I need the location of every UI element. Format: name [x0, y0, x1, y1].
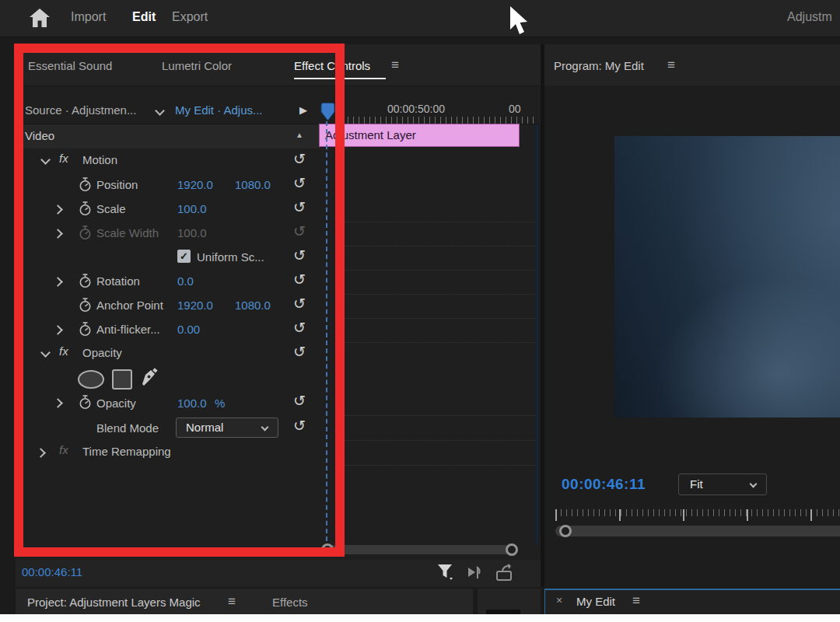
lane-separator: [342, 317, 535, 319]
tab-import[interactable]: Import: [71, 10, 106, 24]
screenshot-root: Import Edit Export Adjustm Essential Sou…: [0, 0, 840, 622]
effect-timeline-ruler[interactable]: 00:00:50:00 00: [342, 98, 538, 124]
filter-properties-icon[interactable]: [436, 562, 456, 582]
chevron-down-icon: [750, 480, 758, 488]
zoom-handle-right[interactable]: [506, 543, 518, 556]
tab-timeline-my-edit[interactable]: My Edit: [576, 595, 615, 608]
ruler-label-partial: 00: [509, 103, 521, 115]
project-panel: Project: Adjustment Layers Magic ≡ Effec…: [16, 589, 473, 614]
program-timecode[interactable]: 00:00:46:11: [562, 476, 646, 493]
mouse-cursor: [504, 5, 529, 39]
tab-project[interactable]: Project: Adjustment Layers Magic: [27, 596, 201, 609]
effect-zoom-scrollbar[interactable]: [327, 545, 513, 554]
zoom-level-value: Fit: [690, 477, 703, 491]
lane-separator: [342, 293, 535, 295]
lane-right-edge: [536, 124, 538, 544]
program-video-frame: [614, 136, 840, 418]
close-panel-icon[interactable]: ×: [556, 594, 562, 606]
lane-separator: [342, 414, 535, 416]
tab-effects[interactable]: Effects: [272, 596, 308, 609]
lane-separator: [342, 245, 535, 246]
screenshot-bottom-margin: [0, 614, 840, 622]
timeline-panel: × My Edit ≡: [544, 589, 840, 614]
lane-separator: [342, 439, 535, 441]
mini-panel: [478, 589, 541, 614]
panel-menu-icon[interactable]: ≡: [391, 58, 399, 73]
lane-separator: [342, 221, 535, 222]
project-panel-menu-icon[interactable]: ≡: [228, 594, 236, 610]
home-icon[interactable]: [28, 7, 51, 29]
zoom-level-dropdown[interactable]: Fit: [678, 473, 767, 495]
timeline-panel-menu-icon[interactable]: ≡: [632, 593, 640, 609]
tab-export[interactable]: Export: [172, 10, 208, 24]
window-title: Adjustm: [787, 10, 840, 24]
clip-bar[interactable]: Adjustment Layer: [319, 124, 520, 147]
program-scrub-handle[interactable]: [559, 525, 572, 537]
effect-controls-bottom-bar: [16, 560, 541, 587]
play-around-icon[interactable]: [465, 564, 484, 582]
export-frame-icon[interactable]: [495, 564, 515, 582]
app-header-bar: Import Edit Export Adjustm: [0, 0, 840, 37]
effect-timecode[interactable]: 00:00:46:11: [22, 565, 82, 578]
tab-edit[interactable]: Edit: [132, 10, 156, 24]
lane-separator: [342, 269, 535, 271]
ruler-ticks: [342, 117, 538, 124]
tab-program-monitor[interactable]: Program: My Edit: [554, 59, 644, 72]
program-scrub-track[interactable]: [555, 526, 840, 536]
lane-separator: [342, 464, 535, 466]
program-panel-menu-icon[interactable]: ≡: [667, 58, 675, 73]
highlight-rectangle: [14, 44, 345, 557]
lane-separator: [342, 341, 535, 343]
program-ruler-major-ticks: [555, 509, 840, 521]
ruler-label: 00:00:50:00: [387, 103, 445, 115]
